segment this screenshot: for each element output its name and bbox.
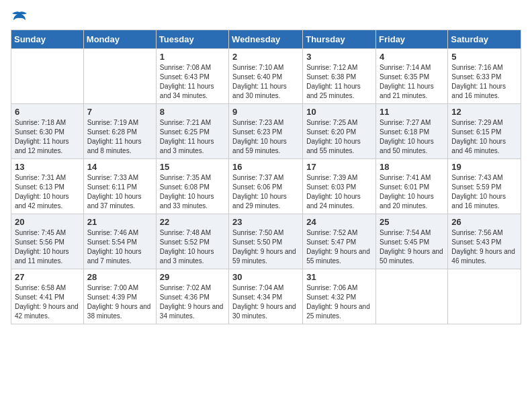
day-info: Sunrise: 7:02 AM Sunset: 4:36 PM Dayligh… (160, 283, 225, 321)
calendar-cell: 27Sunrise: 6:58 AM Sunset: 4:41 PM Dayli… (11, 269, 84, 324)
day-number: 12 (451, 107, 517, 117)
calendar-cell: 24Sunrise: 7:52 AM Sunset: 5:47 PM Dayli… (303, 214, 376, 269)
calendar-cell (83, 49, 156, 104)
day-number: 18 (380, 162, 444, 172)
day-info: Sunrise: 7:27 AM Sunset: 6:18 PM Dayligh… (380, 118, 444, 156)
day-number: 3 (306, 52, 372, 62)
day-info: Sunrise: 7:35 AM Sunset: 6:08 PM Dayligh… (160, 173, 225, 211)
calendar-cell: 4Sunrise: 7:14 AM Sunset: 6:35 PM Daylig… (376, 49, 448, 104)
day-number: 9 (232, 107, 299, 117)
calendar-header-tuesday: Tuesday (156, 30, 228, 49)
day-info: Sunrise: 7:14 AM Sunset: 6:35 PM Dayligh… (380, 63, 444, 101)
day-info: Sunrise: 7:33 AM Sunset: 6:11 PM Dayligh… (87, 173, 152, 211)
calendar-cell (376, 269, 448, 324)
calendar-cell: 25Sunrise: 7:54 AM Sunset: 5:45 PM Dayli… (376, 214, 448, 269)
calendar-cell (11, 49, 84, 104)
calendar-cell: 11Sunrise: 7:27 AM Sunset: 6:18 PM Dayli… (376, 104, 448, 159)
calendar-cell: 7Sunrise: 7:19 AM Sunset: 6:28 PM Daylig… (83, 104, 156, 159)
day-number: 7 (87, 107, 152, 117)
day-number: 6 (15, 107, 80, 117)
day-info: Sunrise: 7:18 AM Sunset: 6:30 PM Dayligh… (15, 118, 80, 156)
day-number: 10 (306, 107, 372, 117)
day-info: Sunrise: 7:12 AM Sunset: 6:38 PM Dayligh… (306, 63, 372, 101)
day-number: 11 (380, 107, 444, 117)
day-number: 17 (306, 162, 372, 172)
day-number: 25 (380, 217, 444, 227)
day-info: Sunrise: 7:10 AM Sunset: 6:40 PM Dayligh… (232, 63, 299, 101)
calendar-cell: 6Sunrise: 7:18 AM Sunset: 6:30 PM Daylig… (11, 104, 84, 159)
day-info: Sunrise: 7:19 AM Sunset: 6:28 PM Dayligh… (87, 118, 152, 156)
day-info: Sunrise: 7:08 AM Sunset: 6:43 PM Dayligh… (160, 63, 225, 101)
calendar-cell: 29Sunrise: 7:02 AM Sunset: 4:36 PM Dayli… (156, 269, 228, 324)
calendar-cell: 13Sunrise: 7:31 AM Sunset: 6:13 PM Dayli… (11, 159, 84, 214)
day-number: 8 (160, 107, 225, 117)
day-number: 16 (232, 162, 299, 172)
day-info: Sunrise: 7:46 AM Sunset: 5:54 PM Dayligh… (87, 228, 152, 266)
day-number: 5 (451, 52, 517, 62)
calendar-week-row: 27Sunrise: 6:58 AM Sunset: 4:41 PM Dayli… (11, 269, 521, 324)
calendar-cell: 17Sunrise: 7:39 AM Sunset: 6:03 PM Dayli… (303, 159, 376, 214)
calendar-cell: 28Sunrise: 7:00 AM Sunset: 4:39 PM Dayli… (83, 269, 156, 324)
calendar-cell: 9Sunrise: 7:23 AM Sunset: 6:23 PM Daylig… (229, 104, 303, 159)
day-info: Sunrise: 7:56 AM Sunset: 5:43 PM Dayligh… (451, 228, 517, 266)
day-info: Sunrise: 7:16 AM Sunset: 6:33 PM Dayligh… (451, 63, 517, 101)
page-header (11, 11, 521, 24)
day-number: 27 (15, 272, 80, 282)
calendar-cell: 15Sunrise: 7:35 AM Sunset: 6:08 PM Dayli… (156, 159, 228, 214)
calendar-cell: 12Sunrise: 7:29 AM Sunset: 6:15 PM Dayli… (448, 104, 521, 159)
calendar-week-row: 20Sunrise: 7:45 AM Sunset: 5:56 PM Dayli… (11, 214, 521, 269)
day-number: 14 (87, 162, 152, 172)
day-number: 23 (232, 217, 299, 227)
day-number: 13 (15, 162, 80, 172)
day-number: 26 (451, 217, 517, 227)
day-info: Sunrise: 7:31 AM Sunset: 6:13 PM Dayligh… (15, 173, 80, 211)
calendar-week-row: 1Sunrise: 7:08 AM Sunset: 6:43 PM Daylig… (11, 49, 521, 104)
calendar-cell: 5Sunrise: 7:16 AM Sunset: 6:33 PM Daylig… (448, 49, 521, 104)
day-info: Sunrise: 7:52 AM Sunset: 5:47 PM Dayligh… (306, 228, 372, 266)
day-info: Sunrise: 7:48 AM Sunset: 5:52 PM Dayligh… (160, 228, 225, 266)
calendar-cell: 2Sunrise: 7:10 AM Sunset: 6:40 PM Daylig… (229, 49, 303, 104)
day-number: 22 (160, 217, 225, 227)
calendar-cell: 1Sunrise: 7:08 AM Sunset: 6:43 PM Daylig… (156, 49, 228, 104)
day-number: 29 (160, 272, 225, 282)
calendar-cell: 22Sunrise: 7:48 AM Sunset: 5:52 PM Dayli… (156, 214, 228, 269)
calendar-header-wednesday: Wednesday (229, 30, 303, 49)
calendar-cell (448, 269, 521, 324)
day-info: Sunrise: 7:06 AM Sunset: 4:32 PM Dayligh… (306, 283, 372, 321)
logo (11, 11, 28, 24)
day-info: Sunrise: 7:37 AM Sunset: 6:06 PM Dayligh… (232, 173, 299, 211)
day-number: 19 (451, 162, 517, 172)
calendar-cell: 16Sunrise: 7:37 AM Sunset: 6:06 PM Dayli… (229, 159, 303, 214)
calendar-header-saturday: Saturday (448, 30, 521, 49)
calendar-cell: 30Sunrise: 7:04 AM Sunset: 4:34 PM Dayli… (229, 269, 303, 324)
calendar-table: SundayMondayTuesdayWednesdayThursdayFrid… (11, 30, 521, 324)
calendar-header-monday: Monday (83, 30, 156, 49)
calendar-cell: 14Sunrise: 7:33 AM Sunset: 6:11 PM Dayli… (83, 159, 156, 214)
calendar-cell: 18Sunrise: 7:41 AM Sunset: 6:01 PM Dayli… (376, 159, 448, 214)
day-info: Sunrise: 7:21 AM Sunset: 6:25 PM Dayligh… (160, 118, 225, 156)
calendar-cell: 31Sunrise: 7:06 AM Sunset: 4:32 PM Dayli… (303, 269, 376, 324)
calendar-cell: 10Sunrise: 7:25 AM Sunset: 6:20 PM Dayli… (303, 104, 376, 159)
day-info: Sunrise: 7:54 AM Sunset: 5:45 PM Dayligh… (380, 228, 444, 266)
logo-bird-icon (11, 11, 28, 26)
day-number: 28 (87, 272, 152, 282)
calendar-cell: 3Sunrise: 7:12 AM Sunset: 6:38 PM Daylig… (303, 49, 376, 104)
calendar-cell: 23Sunrise: 7:50 AM Sunset: 5:50 PM Dayli… (229, 214, 303, 269)
day-info: Sunrise: 6:58 AM Sunset: 4:41 PM Dayligh… (15, 283, 80, 321)
day-info: Sunrise: 7:25 AM Sunset: 6:20 PM Dayligh… (306, 118, 372, 156)
day-info: Sunrise: 7:04 AM Sunset: 4:34 PM Dayligh… (232, 283, 299, 321)
day-number: 20 (15, 217, 80, 227)
day-number: 30 (232, 272, 299, 282)
day-number: 24 (306, 217, 372, 227)
calendar-week-row: 13Sunrise: 7:31 AM Sunset: 6:13 PM Dayli… (11, 159, 521, 214)
calendar-cell: 19Sunrise: 7:43 AM Sunset: 5:59 PM Dayli… (448, 159, 521, 214)
calendar-body: 1Sunrise: 7:08 AM Sunset: 6:43 PM Daylig… (11, 49, 521, 324)
day-number: 15 (160, 162, 225, 172)
day-number: 2 (232, 52, 299, 62)
day-number: 31 (306, 272, 372, 282)
day-info: Sunrise: 7:29 AM Sunset: 6:15 PM Dayligh… (451, 118, 517, 156)
day-info: Sunrise: 7:39 AM Sunset: 6:03 PM Dayligh… (306, 173, 372, 211)
calendar-cell: 26Sunrise: 7:56 AM Sunset: 5:43 PM Dayli… (448, 214, 521, 269)
day-info: Sunrise: 7:00 AM Sunset: 4:39 PM Dayligh… (87, 283, 152, 321)
day-info: Sunrise: 7:23 AM Sunset: 6:23 PM Dayligh… (232, 118, 299, 156)
